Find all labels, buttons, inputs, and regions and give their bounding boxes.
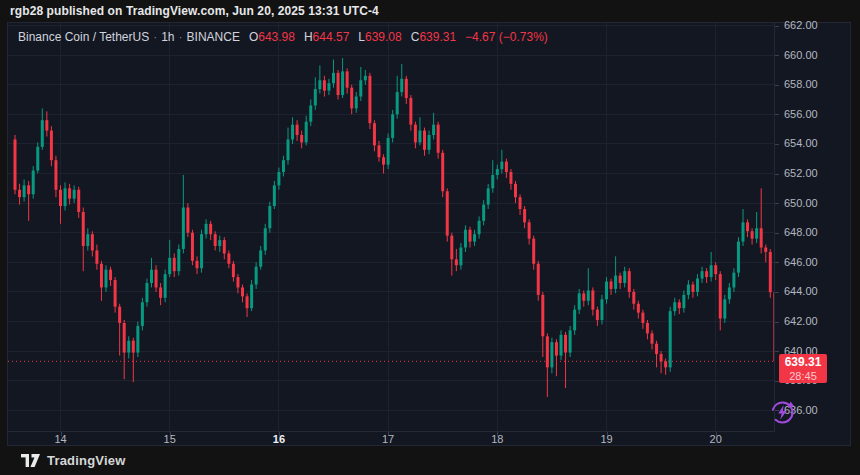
time-axis-label-17: 17 xyxy=(382,433,394,445)
time-axis-label-18: 18 xyxy=(491,433,503,445)
price-axis-tickmark xyxy=(775,322,779,323)
price-axis-label: 654.00 xyxy=(784,137,818,150)
price-axis-tickmark xyxy=(775,203,779,204)
footer-bar: TradingView xyxy=(0,446,860,475)
price-axis-tickmark xyxy=(775,262,779,263)
candlestick-chart[interactable] xyxy=(8,23,774,432)
time-axis-label-16: 16 xyxy=(273,433,285,445)
time-axis-label-20: 20 xyxy=(710,433,722,445)
price-axis-label: 660.00 xyxy=(784,49,818,62)
price-axis[interactable]: 639.31 28:45 662.00660.00658.00656.00654… xyxy=(774,23,850,432)
legend-symbol[interactable]: Binance Coin / TetherUS xyxy=(18,30,149,44)
time-axis[interactable]: 14151617181920 xyxy=(8,431,774,445)
price-axis-tickmark xyxy=(775,55,779,56)
chart-pane[interactable]: Binance Coin / TetherUS·1h·BINANCEO643.9… xyxy=(8,23,774,432)
chart-widget: Binance Coin / TetherUS·1h·BINANCEO643.9… xyxy=(7,22,851,446)
time-axis-label-15: 15 xyxy=(164,433,176,445)
candle-countdown: 28:45 xyxy=(779,370,827,382)
page: rgb28 published on TradingView.com, Jun … xyxy=(0,0,860,475)
price-axis-label: 652.00 xyxy=(784,167,818,180)
attribution-bar: rgb28 published on TradingView.com, Jun … xyxy=(0,0,860,22)
legend-exchange[interactable]: BINANCE xyxy=(187,30,240,44)
legend-open: O643.98 xyxy=(249,30,295,44)
tradingview-brand-text[interactable]: TradingView xyxy=(47,453,126,468)
boost-lightning-icon[interactable] xyxy=(769,399,796,426)
price-axis-label: 644.00 xyxy=(784,285,818,298)
legend-separator: · xyxy=(153,30,157,44)
price-axis-label: 648.00 xyxy=(784,226,818,239)
price-axis-label: 650.00 xyxy=(784,197,818,210)
price-axis-label: 656.00 xyxy=(784,108,818,121)
price-axis-tickmark xyxy=(775,26,779,27)
price-axis-label: 642.00 xyxy=(784,315,818,328)
price-axis-tickmark xyxy=(775,292,779,293)
time-axis-label-14: 14 xyxy=(54,433,66,445)
legend-high: H644.57 xyxy=(304,30,349,44)
price-axis-tickmark xyxy=(775,144,779,145)
price-axis-tickmark xyxy=(775,174,779,175)
time-axis-label-19: 19 xyxy=(600,433,612,445)
symbol-legend: Binance Coin / TetherUS·1h·BINANCEO643.9… xyxy=(18,30,548,44)
price-axis-label: 646.00 xyxy=(784,256,818,269)
legend-change: −4.67 (−0.73%) xyxy=(465,30,548,44)
price-axis-tickmark xyxy=(775,233,779,234)
price-axis-tickmark xyxy=(775,114,779,115)
price-axis-tickmark xyxy=(775,85,779,86)
last-price-value: 639.31 xyxy=(779,355,827,370)
price-axis-tickmark xyxy=(775,351,779,352)
legend-separator: · xyxy=(179,30,183,44)
legend-low: L639.08 xyxy=(358,30,401,44)
tradingview-logo-icon[interactable] xyxy=(21,454,40,467)
legend-close: C639.31 xyxy=(411,30,456,44)
legend-interval[interactable]: 1h xyxy=(161,30,174,44)
price-axis-label: 658.00 xyxy=(784,78,818,91)
price-axis-label: 662.00 xyxy=(784,19,818,32)
attribution-text: rgb28 published on TradingView.com, Jun … xyxy=(10,4,379,18)
last-price-label: 639.31 28:45 xyxy=(779,354,827,383)
